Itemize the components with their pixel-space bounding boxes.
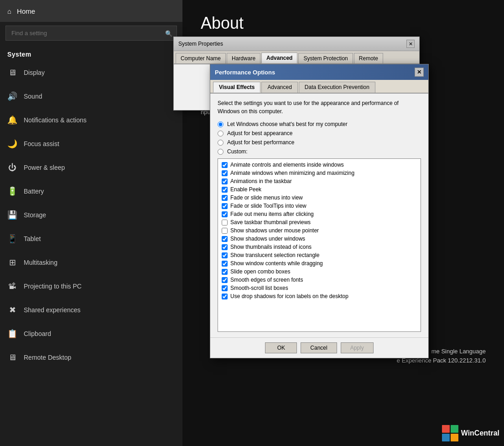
projecting-icon: 📽 bbox=[7, 282, 17, 291]
info-language: me Single Language bbox=[431, 348, 486, 355]
checkbox-fade-menu-items-input[interactable] bbox=[222, 211, 228, 217]
battery-icon: 🔋 bbox=[7, 186, 17, 196]
tab-remote[interactable]: Remote bbox=[354, 53, 383, 63]
sidebar-item-sound[interactable]: 🔊 Sound bbox=[0, 84, 182, 108]
sidebar-item-tablet[interactable]: 📱 Tablet bbox=[0, 227, 182, 251]
system-properties-close-button[interactable]: ✕ bbox=[406, 40, 415, 48]
system-properties-titlebar: System Properties ✕ bbox=[174, 37, 419, 51]
checkbox-animate-controls-input[interactable] bbox=[222, 162, 228, 168]
performance-options-title: Performance Options bbox=[215, 69, 275, 76]
home-label: Home bbox=[17, 7, 35, 15]
clipboard-icon: 📋 bbox=[7, 329, 17, 339]
checkbox-animations-taskbar-input[interactable] bbox=[222, 178, 228, 184]
cancel-button[interactable]: Cancel bbox=[301, 342, 337, 353]
sidebar-home[interactable]: ⌂ Home bbox=[0, 0, 182, 22]
checkbox-smooth-fonts-input[interactable] bbox=[222, 277, 228, 283]
sidebar-item-label: Battery bbox=[24, 188, 44, 195]
notifications-icon: 🔔 bbox=[7, 115, 17, 125]
sidebar-item-label: Notifications & actions bbox=[24, 116, 87, 124]
sidebar-item-display[interactable]: 🖥 Display bbox=[0, 61, 182, 84]
sidebar-item-label: Storage bbox=[24, 211, 46, 219]
search-icon: 🔍 bbox=[165, 30, 172, 37]
checkbox-fade-menus: Fade or slide menus into view bbox=[220, 194, 419, 202]
sidebar-item-shared[interactable]: ✖ Shared experiences bbox=[0, 298, 182, 322]
perf-tab-dep[interactable]: Data Execution Prevention bbox=[299, 82, 375, 93]
checkbox-window-contents-input[interactable] bbox=[222, 261, 228, 267]
tab-advanced[interactable]: Advanced bbox=[261, 52, 297, 63]
sidebar-item-storage[interactable]: 💾 Storage bbox=[0, 203, 182, 227]
main-content: About Your PC is monitored and protected… bbox=[182, 0, 504, 446]
checkbox-window-contents: Show window contents while dragging bbox=[220, 259, 419, 268]
performance-options-dialog: Performance Options ✕ Visual Effects Adv… bbox=[210, 64, 429, 358]
sidebar-search-container: 🔍 bbox=[5, 26, 177, 41]
tab-system-protection[interactable]: System Protection bbox=[298, 53, 353, 63]
performance-options-tabs: Visual Effects Advanced Data Execution P… bbox=[210, 80, 428, 94]
logo-red bbox=[442, 425, 450, 433]
checkbox-translucent-input[interactable] bbox=[222, 252, 228, 258]
sidebar: ⌂ Home 🔍 System 🖥 Display 🔊 Sound 🔔 Noti… bbox=[0, 0, 182, 446]
checkbox-thumbnails-icons: Show thumbnails instead of icons bbox=[220, 243, 419, 251]
checkbox-fade-tooltips: Fade or slide ToolTips into view bbox=[220, 202, 419, 210]
radio-custom: Custom: bbox=[218, 148, 421, 155]
page-title: About bbox=[201, 14, 486, 33]
sidebar-section-title: System bbox=[0, 46, 182, 61]
performance-options-close-button[interactable]: ✕ bbox=[415, 68, 424, 77]
sidebar-item-power[interactable]: ⏻ Power & sleep bbox=[0, 156, 182, 179]
remote-icon: 🖥 bbox=[7, 353, 17, 362]
tab-computer-name[interactable]: Computer Name bbox=[176, 53, 226, 63]
checkbox-enable-peek-input[interactable] bbox=[222, 187, 228, 193]
checkbox-drop-shadows: Use drop shadows for icon labels on the … bbox=[220, 292, 419, 300]
checkbox-fade-menus-input[interactable] bbox=[222, 195, 228, 201]
system-properties-tabs: Computer Name Hardware Advanced System P… bbox=[174, 51, 419, 64]
logo-yellow bbox=[451, 434, 458, 441]
checkbox-translucent: Show translucent selection rectangle bbox=[220, 251, 419, 259]
sidebar-item-label: Focus assist bbox=[24, 140, 59, 147]
radio-custom-label: Custom: bbox=[227, 148, 248, 155]
sidebar-item-notifications[interactable]: 🔔 Notifications & actions bbox=[0, 108, 182, 132]
radio-custom-input[interactable] bbox=[218, 149, 223, 155]
radio-best-performance-label: Adjust for best performance bbox=[227, 139, 294, 146]
sidebar-item-battery[interactable]: 🔋 Battery bbox=[0, 179, 182, 203]
sidebar-item-label: Display bbox=[24, 69, 45, 76]
shared-icon: ✖ bbox=[7, 305, 17, 315]
sidebar-item-remote[interactable]: 🖥 Remote Desktop bbox=[0, 346, 182, 369]
sound-icon: 🔊 bbox=[7, 91, 17, 101]
sidebar-item-projecting[interactable]: 📽 Projecting to this PC bbox=[0, 274, 182, 298]
sidebar-item-clipboard[interactable]: 📋 Clipboard bbox=[0, 322, 182, 346]
sidebar-item-label: Shared experiences bbox=[24, 306, 81, 314]
sidebar-item-label: Remote Desktop bbox=[24, 354, 71, 361]
system-properties-title: System Properties bbox=[178, 41, 223, 47]
search-input[interactable] bbox=[5, 26, 177, 41]
checkbox-drop-shadows-input[interactable] bbox=[222, 294, 228, 299]
checkbox-shadows-windows-input[interactable] bbox=[222, 236, 228, 242]
wincentral-logo bbox=[442, 425, 458, 441]
ok-button[interactable]: OK bbox=[265, 342, 297, 353]
radio-best-appearance-input[interactable] bbox=[218, 131, 223, 136]
logo-blue bbox=[442, 434, 450, 441]
checkbox-fade-menu-items: Fade out menu items after clicking bbox=[220, 210, 419, 218]
perf-tab-visual-effects[interactable]: Visual Effects bbox=[213, 82, 260, 93]
sidebar-item-multitasking[interactable]: ⊞ Multitasking bbox=[0, 251, 182, 274]
radio-best-performance: Adjust for best performance bbox=[218, 139, 421, 146]
radio-best-performance-input[interactable] bbox=[218, 140, 223, 146]
sidebar-item-label: Multitasking bbox=[24, 259, 57, 266]
radio-windows-choose-input[interactable] bbox=[218, 121, 223, 127]
checkbox-save-thumbnails: Save taskbar thumbnail previews bbox=[220, 218, 419, 226]
checkbox-fade-tooltips-input[interactable] bbox=[222, 203, 228, 209]
sidebar-item-focus[interactable]: 🌙 Focus assist bbox=[0, 132, 182, 156]
radio-windows-choose: Let Windows choose what's best for my co… bbox=[218, 121, 421, 127]
sidebar-item-label: Clipboard bbox=[24, 330, 51, 337]
checkbox-save-thumbnails-input[interactable] bbox=[222, 220, 228, 226]
apply-button[interactable]: Apply bbox=[341, 342, 374, 353]
perf-tab-advanced[interactable]: Advanced bbox=[261, 82, 297, 93]
checkbox-smooth-scroll-input[interactable] bbox=[222, 285, 228, 291]
visual-effects-checkbox-list[interactable]: Animate controls and elements inside win… bbox=[218, 158, 421, 332]
checkbox-slide-combo: Slide open combo boxes bbox=[220, 268, 419, 276]
checkbox-animate-windows-input[interactable] bbox=[222, 170, 228, 176]
checkbox-shadows-mouse: Show shadows under mouse pointer bbox=[220, 226, 419, 235]
tab-hardware[interactable]: Hardware bbox=[227, 53, 260, 63]
display-icon: 🖥 bbox=[7, 68, 17, 78]
checkbox-thumbnails-icons-input[interactable] bbox=[222, 244, 228, 250]
checkbox-slide-combo-input[interactable] bbox=[222, 269, 228, 275]
checkbox-shadows-mouse-input[interactable] bbox=[222, 228, 228, 234]
